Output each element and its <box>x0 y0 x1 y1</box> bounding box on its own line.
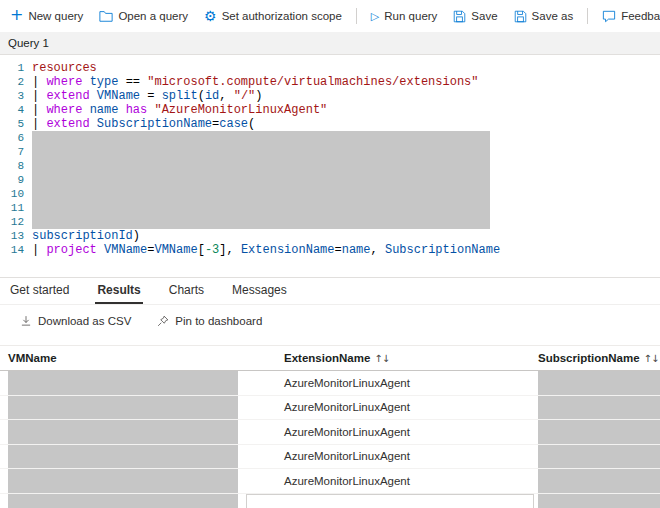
redacted-value <box>538 445 660 469</box>
table-row[interactable]: AzureMonitorLinuxAgent <box>0 469 660 494</box>
redacted-value <box>8 371 238 395</box>
column-header-extensionname[interactable]: ExtensionName ↑↓ <box>272 352 526 364</box>
code-token: | <box>32 117 46 131</box>
redacted-value <box>538 420 660 444</box>
save-as-label: Save as <box>532 10 574 22</box>
tab-label: Get started <box>10 283 69 297</box>
table-row[interactable]: AzureMonitorLinuxAgent <box>0 420 660 445</box>
subscription-name-cell[interactable] <box>526 494 660 508</box>
line-number: 6 <box>0 131 24 145</box>
new-query-label: New query <box>28 10 83 22</box>
feedback-button[interactable]: Feedback <box>600 8 660 25</box>
code-token: split <box>162 89 198 103</box>
code-token: case <box>219 117 248 131</box>
extension-name-cell[interactable]: AzureMonitorLinuxAgent <box>272 445 526 469</box>
column-header-subscriptionname[interactable]: SubscriptionName ↑↓ <box>526 352 660 364</box>
code-token: project <box>46 243 96 257</box>
query-editor[interactable]: 1resources2| where type == "microsoft.co… <box>0 55 660 277</box>
code-token: == <box>118 75 147 89</box>
sort-arrows-icon[interactable]: ↑↓ <box>644 353 659 364</box>
open-query-button[interactable]: Open a query <box>97 8 190 24</box>
editor-line: 13subscriptionId) <box>0 229 660 243</box>
tab-get-started[interactable]: Get started <box>8 278 71 304</box>
subscription-name-cell[interactable] <box>526 396 660 420</box>
download-csv-button[interactable]: Download as CSV <box>20 315 131 327</box>
download-icon <box>20 315 32 327</box>
subscription-name-cell[interactable] <box>526 469 660 493</box>
run-query-button[interactable]: ▷ Run query <box>369 8 440 24</box>
tab-charts[interactable]: Charts <box>167 278 206 304</box>
code-text: | project VMName=VMName[-3], ExtensionNa… <box>24 243 500 257</box>
run-query-label: Run query <box>384 10 437 22</box>
code-token: VMName <box>97 89 140 103</box>
code-token <box>118 103 125 117</box>
line-number: 5 <box>0 117 24 131</box>
code-text: | extend SubscriptionName=case( <box>24 117 255 131</box>
code-token: ) <box>255 89 262 103</box>
table-row[interactable]: AzureMonitorLinuxAgent <box>0 371 660 396</box>
save-as-button[interactable]: Save as <box>512 8 576 25</box>
code-token: has <box>126 103 148 117</box>
column-header-label: SubscriptionName <box>538 352 640 364</box>
vmname-cell[interactable] <box>0 420 272 444</box>
results-table: VMName ExtensionName ↑↓ SubscriptionName… <box>0 345 660 508</box>
query-tab-bar: Query 1 <box>0 32 660 55</box>
code-text <box>24 159 32 173</box>
sort-arrows-icon[interactable]: ↑↓ <box>374 353 389 364</box>
code-token: , <box>371 243 385 257</box>
editor-line: 2| where type == "microsoft.compute/virt… <box>0 75 660 89</box>
vmname-cell[interactable] <box>0 445 272 469</box>
subscription-name-cell[interactable] <box>526 445 660 469</box>
folder-open-icon <box>99 10 113 22</box>
vmname-cell[interactable] <box>0 469 272 493</box>
code-token: ExtensionName <box>241 243 335 257</box>
redacted-value <box>8 396 238 420</box>
new-query-button[interactable]: + New query <box>8 7 85 25</box>
table-row[interactable]: AzureMonitorLinuxAgent <box>0 445 660 470</box>
vmname-cell[interactable] <box>0 494 272 508</box>
line-number: 2 <box>0 75 24 89</box>
results-command-bar: Download as CSV Pin to dashboard <box>20 309 660 333</box>
save-as-icon <box>514 10 527 23</box>
pin-dashboard-button[interactable]: Pin to dashboard <box>157 315 262 327</box>
code-token: name <box>90 103 119 117</box>
toolbar-separator <box>587 8 588 24</box>
extension-name-cell[interactable]: AzureMonitorLinuxAgent <box>272 371 526 395</box>
redacted-value <box>538 469 660 493</box>
code-token: ( <box>198 89 205 103</box>
subscription-name-cell[interactable] <box>526 420 660 444</box>
code-token: "AzureMonitorLinuxAgent" <box>154 103 327 117</box>
extension-name-cell[interactable]: AzureMonitorLinuxAgent <box>272 420 526 444</box>
line-number: 3 <box>0 89 24 103</box>
vmname-cell[interactable] <box>0 396 272 420</box>
code-text: resources <box>24 61 97 75</box>
grid-partial-cell[interactable] <box>246 494 534 508</box>
tab-messages[interactable]: Messages <box>230 278 289 304</box>
code-text: subscriptionId) <box>24 229 140 243</box>
redacted-value <box>538 396 660 420</box>
code-text <box>24 187 32 201</box>
extension-name-cell[interactable]: AzureMonitorLinuxAgent <box>272 469 526 493</box>
editor-redacted-block <box>32 131 490 229</box>
code-text: | where name has "AzureMonitorLinuxAgent… <box>24 103 327 117</box>
tab-query-1[interactable]: Query 1 <box>0 34 59 52</box>
code-token: = <box>140 89 162 103</box>
table-row[interactable]: AzureMonitorLinuxAgent <box>0 396 660 421</box>
code-token: , <box>219 89 233 103</box>
column-header-label: ExtensionName <box>284 352 370 364</box>
pin-icon <box>157 315 169 327</box>
save-button[interactable]: Save <box>451 8 499 25</box>
line-number: 4 <box>0 103 24 117</box>
resource-graph-explorer: + New query Open a query ⚙ Set authoriza… <box>0 0 660 508</box>
code-token: ], <box>219 243 241 257</box>
toolbar-separator <box>356 8 357 24</box>
code-token: where <box>46 75 82 89</box>
code-token <box>90 117 97 131</box>
subscription-name-cell[interactable] <box>526 371 660 395</box>
column-header-vmname: VMName <box>0 352 272 364</box>
set-authorization-scope-button[interactable]: ⚙ Set authorization scope <box>202 7 344 25</box>
tab-results[interactable]: Results <box>95 278 142 304</box>
editor-line: 1resources <box>0 61 660 75</box>
extension-name-cell[interactable]: AzureMonitorLinuxAgent <box>272 396 526 420</box>
vmname-cell[interactable] <box>0 371 272 395</box>
